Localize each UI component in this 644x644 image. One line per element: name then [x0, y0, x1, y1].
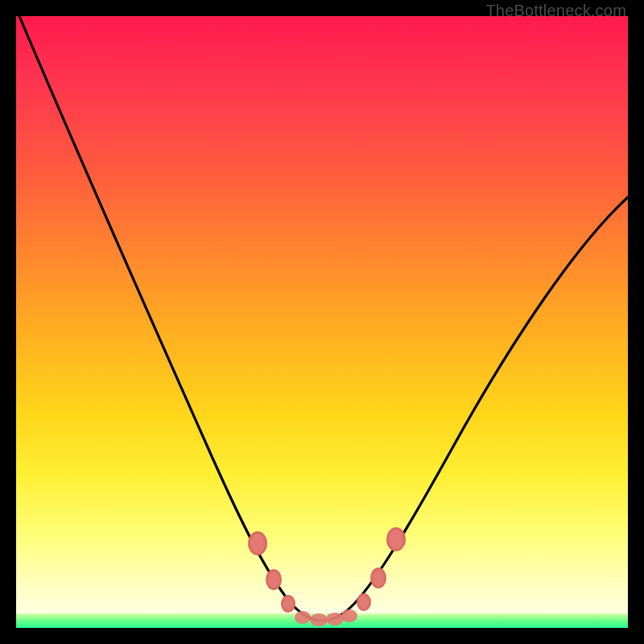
bottleneck-curve — [19, 16, 628, 621]
svg-point-8 — [326, 613, 344, 625]
curve-layer — [16, 16, 628, 628]
chart-frame: TheBottleneck.com — [0, 0, 644, 644]
svg-point-3 — [268, 572, 280, 588]
svg-point-9 — [341, 609, 357, 622]
trough-markers — [248, 527, 406, 626]
svg-point-15 — [389, 530, 403, 549]
svg-point-6 — [295, 611, 311, 624]
svg-point-1 — [250, 534, 265, 553]
plot-area — [16, 16, 628, 628]
svg-point-5 — [283, 597, 294, 611]
svg-point-11 — [359, 596, 369, 609]
svg-point-13 — [373, 570, 385, 586]
svg-point-7 — [310, 613, 328, 626]
